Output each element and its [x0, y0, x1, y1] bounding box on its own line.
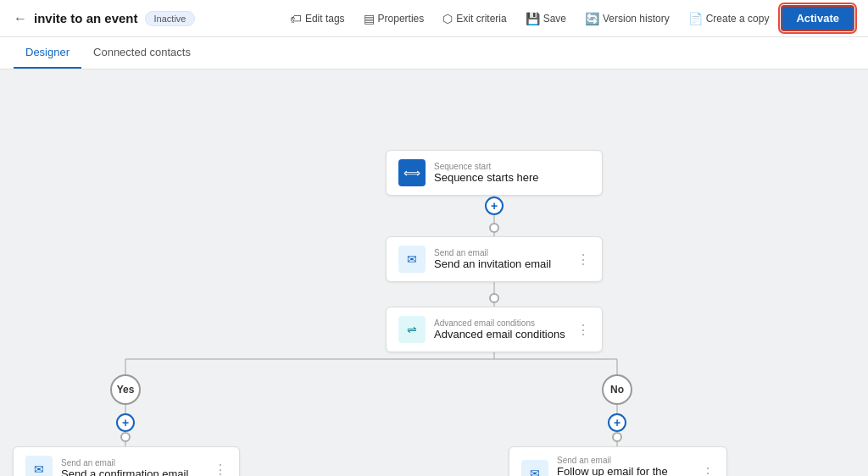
follow-up-label: Send an email [557, 456, 693, 465]
header-left: ← invite to an event Inactive [14, 11, 273, 26]
send-invitation-title: Send an invitation email [434, 257, 568, 270]
connector-circle-2 [489, 293, 499, 303]
follow-up-node: ✉ Send an email Follow up email for the … [509, 446, 727, 476]
properties-icon: ▤ [364, 12, 375, 25]
connector-circle-no [612, 432, 622, 442]
send-invitation-text: Send an email Send an invitation email [434, 248, 568, 270]
send-confirmation-node: ✉ Send an email Send a confirmation emai… [13, 446, 240, 476]
yes-branch-circle: Yes [110, 374, 141, 405]
exit-criteria-label: Exit criteria [456, 13, 506, 25]
send-invitation-label: Send an email [434, 248, 568, 257]
connector-circle-yes [120, 432, 131, 442]
back-icon: ← [14, 11, 27, 26]
advanced-conditions-title: Advanced email conditions [434, 328, 568, 340]
tab-designer[interactable]: Designer [14, 37, 81, 69]
sequence-start-title: Sequence starts here [434, 171, 590, 184]
no-branch-circle: No [602, 374, 632, 405]
save-button[interactable]: 💾 Save [519, 8, 573, 30]
no-label: No [610, 384, 624, 396]
add-step-1-button[interactable]: + [485, 196, 504, 215]
activate-button[interactable]: Activate [781, 5, 854, 31]
send-email-icon-2: ✉ [25, 456, 53, 476]
send-confirmation-menu[interactable]: ⋮ [214, 462, 227, 477]
send-email-icon-1: ✉ [398, 246, 426, 273]
page-title: invite to an event [34, 11, 138, 25]
send-confirmation-title: Send a confirmation email [61, 468, 205, 476]
tab-connected-contacts[interactable]: Connected contacts [81, 37, 203, 69]
edit-tags-button[interactable]: 🏷 Edit tags [283, 8, 352, 30]
header-actions: 🏷 Edit tags ▤ Properties ⬡ Exit criteria… [283, 5, 854, 31]
status-badge: Inactive [145, 11, 196, 26]
tabs: Designer Connected contacts [0, 37, 868, 69]
advanced-conditions-node: ⇌ Advanced email conditions Advanced ema… [386, 307, 603, 352]
properties-button[interactable]: ▤ Properties [357, 8, 431, 30]
create-copy-label: Create a copy [706, 13, 770, 25]
version-history-button[interactable]: 🔄 Version history [578, 8, 676, 30]
send-email-icon-3: ✉ [521, 460, 548, 477]
follow-up-title: Follow up email for the event [557, 465, 693, 476]
properties-label: Properties [378, 13, 425, 25]
create-copy-button[interactable]: 📄 Create a copy [682, 8, 776, 30]
canvas: ⟺ Sequence start Sequence starts here + … [0, 69, 868, 476]
advanced-conditions-text: Advanced email conditions Advanced email… [434, 318, 568, 340]
save-icon: 💾 [526, 12, 540, 25]
version-history-label: Version history [603, 13, 670, 25]
follow-up-menu[interactable]: ⋮ [701, 465, 715, 476]
version-history-icon: 🔄 [585, 12, 599, 25]
tags-icon: 🏷 [290, 12, 302, 25]
yes-label: Yes [117, 384, 135, 396]
sequence-start-icon: ⟺ [398, 159, 426, 186]
add-step-yes-button[interactable]: + [116, 413, 135, 432]
header: ← invite to an event Inactive 🏷 Edit tag… [0, 0, 868, 37]
sequence-start-text: Sequence start Sequence starts here [434, 162, 590, 184]
send-confirmation-text: Send an email Send a confirmation email [61, 458, 205, 476]
create-copy-icon: 📄 [688, 12, 703, 25]
advanced-conditions-menu[interactable]: ⋮ [576, 322, 590, 338]
exit-criteria-button[interactable]: ⬡ Exit criteria [436, 8, 513, 30]
follow-up-text: Send an email Follow up email for the ev… [557, 456, 693, 476]
save-label: Save [543, 13, 566, 25]
advanced-cond-icon: ⇌ [398, 316, 426, 343]
send-invitation-menu[interactable]: ⋮ [576, 252, 590, 268]
add-step-no-button[interactable]: + [608, 413, 626, 432]
connector-circle-1 [489, 223, 499, 233]
sequence-start-label: Sequence start [434, 162, 590, 171]
back-button[interactable]: ← [14, 11, 27, 26]
sequence-start-node: ⟺ Sequence start Sequence starts here [386, 150, 603, 196]
exit-criteria-icon: ⬡ [442, 12, 453, 25]
advanced-conditions-label: Advanced email conditions [434, 318, 568, 328]
edit-tags-label: Edit tags [305, 13, 345, 25]
send-confirmation-label: Send an email [61, 458, 205, 468]
send-invitation-node: ✉ Send an email Send an invitation email… [386, 236, 603, 282]
